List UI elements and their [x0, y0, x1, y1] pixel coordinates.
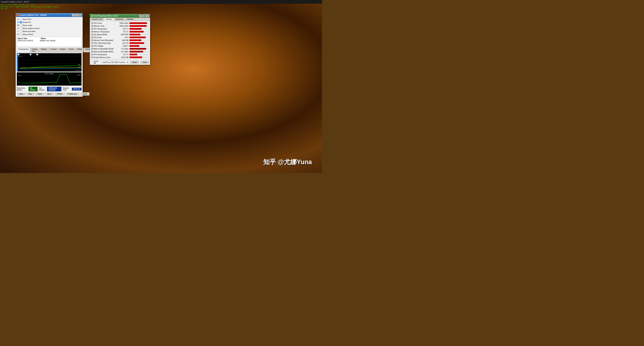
stress-gpu-checkbox[interactable]	[20, 33, 22, 35]
sensor-bar-container-5	[130, 36, 149, 38]
stress-sysmem-checkbox[interactable]	[20, 27, 22, 29]
sensor-bar-container-0	[130, 22, 149, 24]
close-button[interactable]: Close	[80, 92, 90, 95]
sensor-row-3: ▼ Memory Temperature 72.0 °C	[91, 30, 149, 33]
elapsed-label: Elapsed Time:	[63, 87, 70, 91]
sensor-dropdown-0[interactable]: ▼	[91, 22, 93, 24]
gpuz-pin-btn[interactable]: 📌	[139, 14, 142, 17]
log-to-file-checkbox[interactable]	[91, 61, 93, 63]
sensor-dropdown-12[interactable]: ▼	[91, 56, 93, 58]
sensor-dropdown-3[interactable]: ▼	[91, 31, 93, 33]
stress-fpu-checkbox[interactable]	[20, 21, 22, 23]
tab-powers[interactable]: Powers	[58, 48, 67, 52]
sensor-name-11: ▼ CPU Temperature	[91, 53, 118, 55]
gpuz-tabs: Graphics Card Sensors Advanced Validatio…	[90, 18, 150, 21]
legend-cpu-check[interactable]: ✓	[30, 54, 32, 55]
sensor-row-8: ▼ GPU Voltage 0.905 V	[91, 44, 149, 47]
cpu-icon: 🖥	[17, 18, 19, 20]
stress-gpu-row: 🎮 Stress GPU(s)	[17, 33, 49, 36]
aida64-icon	[17, 14, 19, 16]
aida64-close-btn[interactable]: ✕	[78, 14, 82, 16]
sensor-bar-5	[130, 36, 146, 38]
sensor-dropdown-11[interactable]: ▼	[91, 53, 93, 55]
sensor-bar-container-8	[130, 45, 149, 47]
legend-cpu-label: CPU	[32, 54, 35, 55]
start-button[interactable]: Start	[17, 92, 25, 95]
cpu-chart-title: CPU Usage	[45, 73, 54, 75]
sensor-dropdown-2[interactable]: ▼	[91, 28, 93, 30]
sensor-bar-container-12	[130, 56, 149, 58]
stress-cache-checkbox[interactable]	[20, 24, 22, 26]
sensor-bar-3	[130, 31, 144, 32]
clear-button[interactable]: Clear	[35, 92, 44, 95]
tab-unified[interactable]: Unified	[75, 48, 84, 52]
log-to-file-label: Log to file	[91, 60, 100, 64]
sensor-dropdown-9[interactable]: ▼	[91, 48, 93, 50]
sensor-dropdown-6[interactable]: ▼	[91, 39, 93, 41]
gpuz-tab-sensors[interactable]: Sensors	[104, 18, 114, 21]
gpuz-tab-validation[interactable]: Validation	[125, 18, 136, 21]
stress-disk-label: Stress local disks	[22, 30, 36, 32]
gpuz-settings-btn[interactable]: ⚙	[143, 14, 146, 17]
sensor-bar-0	[130, 22, 147, 24]
preferences-button[interactable]: Preferences	[66, 92, 80, 95]
aida64-maximize-btn[interactable]: □	[75, 14, 78, 16]
test-started-label: Test Started:	[39, 87, 46, 91]
sensor-bar-container-1	[130, 25, 149, 27]
aida64-minimize-btn[interactable]: ─	[72, 14, 75, 16]
sensor-bar-7	[130, 42, 144, 44]
sensor-value-3: 72.0 °C	[118, 31, 130, 33]
tab-voltages[interactable]: Voltages	[39, 48, 48, 52]
sensor-value-9: 72.4 GB/s	[118, 48, 130, 50]
taskbar-title: Geeks3D FurMark v1.36.0.0 – 39FPS	[1, 1, 29, 3]
tab-temperatures[interactable]: Temperatures	[17, 48, 30, 52]
status-date-value: 2023/11/22 18:40:55	[18, 40, 33, 41]
tab-cooling[interactable]: Cooling Fans	[30, 48, 39, 52]
stress-disk-row: 💿 Stress local disks	[17, 30, 49, 33]
sensor-dropdown-8[interactable]: ▼	[91, 45, 93, 47]
device-select[interactable]: Intel(R) Arc(TM) A580 Graphics	[101, 61, 129, 64]
sensor-value-1: 2000.0 MHz	[118, 25, 130, 27]
gpuz-close-window-btn[interactable]: Close	[140, 61, 149, 64]
sysmem-icon: 🗃	[17, 27, 19, 29]
cpu-usage-chart: CPU Usage 100% 0% 100%	[17, 72, 82, 86]
sensor-value-2: 62.0 °C	[118, 28, 130, 30]
gpuz-tab-graphics-card[interactable]: Graphics Card	[90, 18, 104, 21]
stress-fpu-row: 🔢 Stress FPU	[17, 21, 49, 24]
legend-cpu: ✓ CPU	[30, 54, 35, 55]
legend-motherboard: ✓ Motherboard	[18, 54, 28, 55]
gpuz-reset-btn[interactable]: Reset	[130, 61, 139, 64]
sensor-dropdown-7[interactable]: ▼	[91, 42, 93, 44]
sensor-value-5: 83 %	[118, 36, 130, 38]
tab-currents[interactable]: Currents	[49, 48, 58, 52]
gpuz-close-btn[interactable]: ✕	[146, 14, 149, 17]
legend-ssd-check[interactable]: ✓	[36, 54, 38, 55]
stress-cpu-label: Stress CPU	[22, 18, 31, 20]
stress-cpu-checkbox[interactable]	[20, 18, 22, 20]
gpuz-tab-advanced[interactable]: Advanced	[114, 18, 125, 21]
sensor-dropdown-4[interactable]: ▼	[91, 33, 93, 35]
stop-button[interactable]: Stop	[26, 92, 34, 95]
sensor-dropdown-1[interactable]: ▼	[91, 25, 93, 27]
sensor-bar-9	[130, 48, 146, 50]
sensor-row-7: ▼ GPU Chip Power Draw 134.2 W	[91, 42, 149, 44]
legend-mb-check[interactable]: ✓	[18, 54, 19, 55]
temp-y-min: 0 °C	[18, 67, 21, 69]
aida64-content: 🖥 Stress CPU 🔢 Stress FPU 💾 Stress cache…	[16, 17, 82, 97]
sensor-bar-11	[130, 54, 137, 55]
sensor-bar-12	[130, 56, 142, 58]
stress-disk-checkbox[interactable]	[20, 30, 22, 32]
svg-text:42: 42	[79, 66, 81, 67]
save-button[interactable]: Save	[45, 92, 54, 95]
legend-mb-label: Motherboard	[20, 54, 28, 55]
tab-clocks[interactable]: Clocks	[67, 48, 75, 52]
cpuid-button[interactable]: CPUID	[54, 92, 64, 95]
sensor-dropdown-10[interactable]: ▼	[91, 51, 93, 53]
sensor-bar-container-3	[130, 31, 149, 32]
sensor-value-6: 3460 MB	[118, 39, 130, 41]
sensor-row-9: ▼ Memory Bandwidth (Read) 72.4 GB/s	[91, 47, 149, 50]
temperature-chart: ✓ Motherboard ✓ CPU ✓ Predator SSD GM700…	[17, 53, 82, 72]
sensor-dropdown-5[interactable]: ▼	[91, 36, 93, 38]
aida64-tabs: Temperatures Cooling Fans Voltages Curre…	[17, 48, 82, 52]
chart-legend: ✓ Motherboard ✓ CPU ✓ Predator SSD GM700…	[18, 54, 58, 55]
